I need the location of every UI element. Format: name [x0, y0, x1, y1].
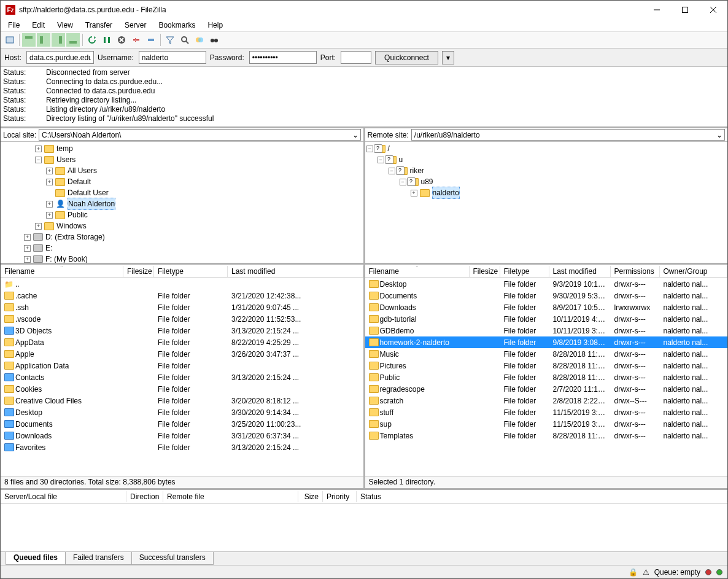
list-item[interactable]: AppleFile folder3/26/2020 3:47:37 ... — [1, 348, 363, 360]
expand-icon[interactable]: + — [24, 256, 31, 263]
queue-body[interactable] — [1, 503, 727, 551]
expand-icon[interactable]: − — [366, 146, 373, 152]
list-item[interactable]: DownloadsFile folder8/9/2017 10:56:...lr… — [365, 301, 728, 313]
list-item[interactable]: DownloadsFile folder3/31/2020 6:37:34 ..… — [1, 430, 363, 441]
list-item[interactable]: .sshFile folder1/31/2020 9:07:45 ... — [1, 301, 363, 313]
toggle-log-icon[interactable] — [22, 33, 36, 47]
tree-node[interactable]: +👤Noah Alderton — [2, 198, 362, 209]
list-item[interactable]: 3D ObjectsFile folder3/13/2020 2:15:24 .… — [1, 325, 363, 336]
warning-icon[interactable]: ⚠ — [643, 568, 649, 577]
process-queue-icon[interactable] — [100, 33, 114, 47]
remote-tree[interactable]: −/−u−riker−u89+nalderto — [365, 142, 728, 265]
tree-node[interactable]: +F: (My Book) — [2, 254, 362, 265]
list-item[interactable]: regradescopeFile folder2/7/2020 11:13:..… — [365, 383, 728, 395]
remote-file-body[interactable]: DesktopFile folder9/3/2019 10:16:...drwx… — [365, 278, 728, 476]
username-input[interactable] — [139, 51, 206, 64]
refresh-icon[interactable] — [85, 33, 99, 47]
lock-icon[interactable]: 🔒 — [629, 568, 638, 577]
expand-icon[interactable]: + — [35, 146, 42, 152]
expand-icon[interactable]: + — [24, 245, 31, 252]
tree-node[interactable]: −u — [366, 154, 727, 165]
list-item[interactable]: PicturesFile folder8/28/2018 11:2...drwx… — [365, 360, 728, 371]
menu-help[interactable]: Help — [203, 20, 228, 31]
tree-node[interactable]: +Windows — [2, 220, 362, 231]
filter-icon[interactable] — [163, 33, 177, 47]
local-file-body[interactable]: 📁...cacheFile folder3/21/2020 12:42:38..… — [1, 278, 363, 476]
tree-node[interactable]: −Users — [2, 154, 362, 165]
search-icon[interactable] — [178, 33, 192, 47]
expand-icon[interactable]: + — [46, 212, 53, 219]
tree-node[interactable]: +All Users — [2, 165, 362, 176]
expand-icon[interactable]: + — [24, 234, 31, 241]
local-path-combo[interactable]: C:\Users\Noah Alderton\ ⌄ — [39, 129, 360, 141]
password-input[interactable] — [249, 51, 317, 64]
tab-queued[interactable]: Queued files — [6, 552, 66, 565]
list-item[interactable]: AppDataFile folder8/22/2019 4:25:29 ... — [1, 336, 363, 348]
expand-icon[interactable]: − — [35, 157, 42, 163]
list-item[interactable]: DesktopFile folder9/3/2019 10:16:...drwx… — [365, 278, 728, 290]
menu-bookmarks[interactable]: Bookmarks — [153, 20, 200, 31]
tree-node[interactable]: +temp — [2, 143, 362, 154]
list-item[interactable]: gdb-tutorialFile folder10/11/2019 4:0...… — [365, 313, 728, 325]
list-item[interactable]: .vscodeFile folder3/22/2020 11:52:53... — [1, 313, 363, 325]
chevron-down-icon[interactable]: ⌄ — [716, 131, 723, 139]
list-item[interactable]: supFile folder11/15/2019 3:3...drwxr-s--… — [365, 418, 728, 430]
local-list-header[interactable]: ⌃Filename Filesize Filetype Last modifie… — [1, 265, 363, 278]
expand-icon[interactable]: + — [46, 179, 53, 185]
list-item[interactable]: FavoritesFile folder3/13/2020 2:15:24 ..… — [1, 441, 363, 453]
tree-node[interactable]: −riker — [366, 165, 727, 176]
maximize-button[interactable] — [671, 1, 699, 19]
list-item[interactable]: Creative Cloud FilesFile folder3/20/2020… — [1, 395, 363, 406]
tree-node[interactable]: Default User — [2, 187, 362, 198]
compare-icon[interactable] — [193, 33, 206, 47]
list-item[interactable]: GDBdemoFile folder10/11/2019 3:5...drwxr… — [365, 325, 728, 336]
tree-node[interactable]: +Public — [2, 209, 362, 220]
tree-node[interactable]: +D: (Extra Storage) — [2, 231, 362, 243]
remote-list-header[interactable]: ⌃Filename Filesize Filetype Last modifie… — [365, 265, 728, 278]
list-item[interactable]: scratchFile folder2/8/2018 2:22:5...drwx… — [365, 395, 728, 406]
list-item[interactable]: DocumentsFile folder3/25/2020 11:00:23..… — [1, 418, 363, 430]
disconnect-icon[interactable] — [130, 33, 143, 47]
log-pane[interactable]: Status:Disconnected from serverStatus:Co… — [1, 67, 727, 128]
tree-node[interactable]: −u89 — [366, 176, 727, 187]
list-item[interactable]: DocumentsFile folder9/30/2019 5:39:...dr… — [365, 290, 728, 301]
list-item[interactable]: PublicFile folder8/28/2018 11:2...drwxr-… — [365, 371, 728, 383]
menu-file[interactable]: File — [3, 20, 25, 31]
local-tree[interactable]: +temp−Users+All Users+DefaultDefault Use… — [1, 142, 363, 265]
menu-view[interactable]: View — [52, 20, 78, 31]
port-input[interactable] — [341, 51, 371, 64]
expand-icon[interactable]: + — [35, 223, 42, 230]
list-item[interactable]: MusicFile folder8/28/2018 11:2...drwxr-s… — [365, 348, 728, 360]
list-item[interactable]: stuffFile folder11/15/2019 3:3...drwxr-s… — [365, 406, 728, 418]
expand-icon[interactable]: + — [46, 201, 53, 208]
list-item[interactable]: ContactsFile folder3/13/2020 2:15:24 ... — [1, 371, 363, 383]
expand-icon[interactable]: + — [411, 190, 417, 196]
cancel-icon[interactable] — [115, 33, 128, 47]
quickconnect-dropdown[interactable]: ▾ — [442, 51, 454, 64]
expand-icon[interactable]: − — [400, 179, 406, 185]
remote-path-combo[interactable]: /u/riker/u89/nalderto ⌄ — [411, 129, 725, 141]
list-item[interactable]: CookiesFile folder — [1, 383, 363, 395]
toggle-local-tree-icon[interactable] — [37, 33, 50, 47]
menu-server[interactable]: Server — [120, 20, 151, 31]
list-item[interactable]: .cacheFile folder3/21/2020 12:42:38... — [1, 290, 363, 301]
list-item[interactable]: TemplatesFile folder8/28/2018 11:2...drw… — [365, 430, 728, 441]
expand-icon[interactable]: − — [378, 157, 384, 163]
chevron-down-icon[interactable]: ⌄ — [352, 131, 359, 139]
tree-node[interactable]: +E: — [2, 243, 362, 254]
tree-node[interactable]: +nalderto — [366, 187, 727, 198]
close-button[interactable] — [699, 1, 727, 19]
host-input[interactable] — [26, 51, 94, 64]
menu-transfer[interactable]: Transfer — [80, 20, 117, 31]
minimize-button[interactable] — [643, 1, 671, 19]
queue-header[interactable]: Server/Local file Direction Remote file … — [1, 490, 727, 503]
tree-node[interactable]: −/ — [366, 143, 727, 154]
site-manager-icon[interactable] — [3, 33, 17, 47]
list-item[interactable]: 📁.. — [1, 278, 363, 290]
toggle-remote-tree-icon[interactable] — [52, 33, 65, 47]
expand-icon[interactable]: + — [46, 168, 53, 174]
quickconnect-button[interactable]: Quickconnect — [375, 51, 438, 64]
binoculars-icon[interactable] — [207, 33, 221, 47]
tab-successful[interactable]: Successful transfers — [131, 552, 214, 565]
reconnect-icon[interactable] — [144, 33, 158, 47]
